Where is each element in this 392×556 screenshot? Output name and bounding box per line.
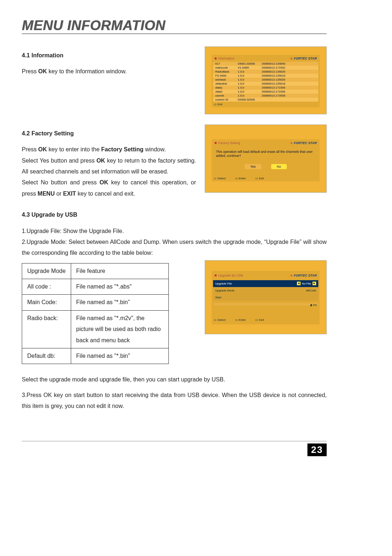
upgrade-mode-table: Upgrade Mode File feature All code :File… — [22, 263, 169, 364]
table-row: Radio back:File named as "*.m2v", the pi… — [22, 310, 169, 348]
info-row: custom ID02008-02008 — [213, 98, 318, 102]
info-row: RadioBack1.0.020080613-135020 — [213, 70, 318, 74]
section-4-2-text: 4.2 Factory Setting Press OK key to ente… — [22, 124, 196, 199]
section-4-1: 4.1 Information Press OK key to the Info… — [22, 46, 327, 114]
yes-button[interactable]: Yes — [245, 164, 262, 169]
table-row: All code :File named as "*.abs" — [22, 279, 169, 295]
info-row: data11.0.020080613-171506 — [213, 86, 318, 90]
section-4-2: 4.2 Factory Setting Press OK key to ente… — [22, 124, 327, 199]
info-row: seeback1.0.020080613-135020 — [213, 78, 318, 82]
info-row: FS-44001.0.020080613-135018 — [213, 74, 318, 78]
start-row[interactable]: Start — [213, 294, 318, 301]
table-row: Default db:File named as "*.bin" — [22, 348, 169, 364]
heading-4-3: 4.3 Upgrade by USB — [22, 209, 327, 220]
heading-4-1: 4.1 Information — [22, 50, 196, 61]
screenshot-upgrade-usb: Upgrade By USB ★ FORTEC STAR Upgrade Fil… — [205, 260, 327, 334]
section-4-1-text: 4.1 Information Press OK key to the Info… — [22, 46, 196, 77]
section-4-3: 4.3 Upgrade by USB 1.Upgrade File: Show … — [22, 209, 327, 412]
body-4-1: Press OK key to the Information window. — [22, 66, 196, 77]
upgrade-file-row[interactable]: Upgrade File ◄No File► — [213, 280, 318, 287]
table-row: Main Code:File named as “*.bin” — [22, 295, 169, 310]
info-row: maincodeV1.04B520080613-171502 — [213, 66, 318, 70]
upgrade-mode-row[interactable]: Upgrade Mode AllCode — [213, 287, 318, 294]
info-row: userdb1.0.020080613-172838 — [213, 94, 318, 98]
progress-bar: ▮ 0% — [214, 303, 318, 305]
info-row: 61734001-0200820080613-134840 — [213, 62, 318, 66]
page-title: MENU INFORMATION — [22, 18, 327, 33]
info-row: defaultdb1.0.020080613-135018 — [213, 82, 318, 86]
info-row: data21.0.020080613-171506 — [213, 90, 318, 94]
page-number: 23 — [22, 441, 327, 456]
screenshot-information: Information ★ FORTEC STAR 61734001-02008… — [205, 46, 327, 114]
heading-4-2: 4.2 Factory Setting — [22, 128, 196, 139]
screenshot-factory-setting: Factory Setting ★ FORTEC STAR This opera… — [205, 124, 327, 193]
no-button[interactable]: No — [271, 164, 287, 169]
page-header: MENU INFORMATION — [22, 18, 327, 34]
